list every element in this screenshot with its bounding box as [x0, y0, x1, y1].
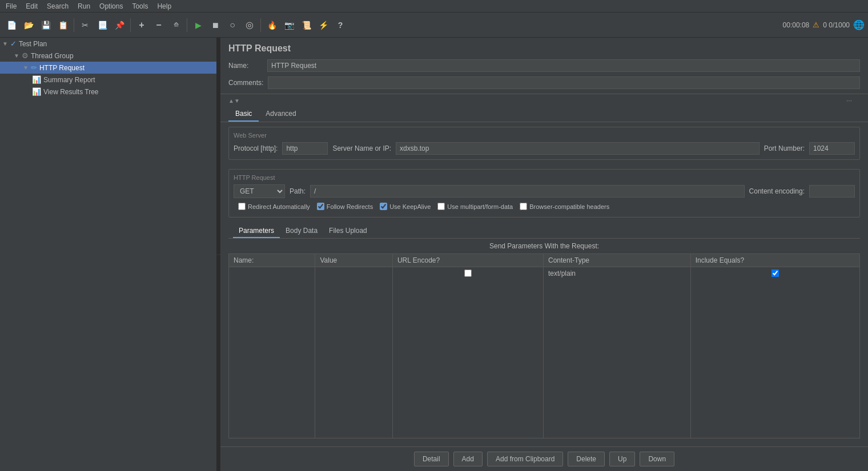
up-button[interactable]: Up: [609, 452, 635, 466]
globe-icon: 🌐: [853, 19, 865, 30]
protocol-input[interactable]: [282, 142, 328, 155]
summary-report-label: Summary Report: [43, 76, 95, 84]
comments-row: Comments:: [220, 74, 868, 91]
copy-button[interactable]: 📃: [94, 17, 110, 33]
menubar: File Edit Search Run Options Tools Help: [0, 0, 868, 13]
port-label: Port Number:: [764, 144, 805, 152]
warning-icon: ⚠: [813, 21, 819, 29]
browser-compatible-checkbox-item[interactable]: Browser-compatible headers: [520, 203, 609, 210]
menu-search[interactable]: Search: [43, 1, 72, 11]
menu-run[interactable]: Run: [74, 1, 94, 11]
row-include-equals-cell[interactable]: [690, 267, 859, 438]
row-name-cell[interactable]: [229, 267, 315, 438]
view-results-label: View Results Tree: [43, 88, 99, 96]
clear-button[interactable]: ○: [224, 17, 240, 33]
clear-all-button[interactable]: ◎: [242, 17, 258, 33]
menu-file[interactable]: File: [2, 1, 20, 11]
settings-button[interactable]: ⟰: [168, 17, 184, 33]
stop-run-button[interactable]: ⏹: [207, 17, 223, 33]
sidebar-item-thread-group[interactable]: ▼ ⚙ Thread Group: [0, 50, 216, 62]
redirect-checkbox[interactable]: [238, 203, 246, 210]
menu-help[interactable]: Help: [154, 1, 175, 11]
sub-tab-parameters[interactable]: Parameters: [233, 224, 280, 238]
main-content: ▼ ✓ Test Plan ▼ ⚙ Thread Group ▼ ✏ HTTP …: [0, 38, 868, 471]
follow-redirects-checkbox[interactable]: [317, 203, 324, 210]
http-request-icon: ✏: [31, 63, 37, 72]
toolbar: 📄 📂 💾 📋 ✂ 📃 📌 + − ⟰ ▶ ⏹ ○ ◎ 🔥 📷 📜 ⚡ ? 00…: [0, 13, 868, 38]
detail-button[interactable]: Detail: [414, 452, 449, 466]
path-input[interactable]: [310, 185, 745, 198]
col-content-type: Content-Type: [544, 254, 691, 267]
comments-input[interactable]: [268, 77, 860, 89]
browser-compatible-checkbox[interactable]: [520, 203, 527, 210]
menu-edit[interactable]: Edit: [22, 1, 41, 11]
server-input[interactable]: [396, 142, 760, 155]
run-button[interactable]: ▶: [190, 17, 206, 33]
down-button[interactable]: Down: [640, 452, 674, 466]
http-request-section: HTTP Request GET POST PUT DELETE PATCH H…: [228, 169, 860, 218]
open-button[interactable]: 📂: [21, 17, 37, 33]
method-select[interactable]: GET POST PUT DELETE PATCH HEAD OPTIONS: [234, 184, 285, 198]
port-input[interactable]: [809, 142, 855, 155]
more-options-icon[interactable]: ···: [846, 96, 852, 104]
row-value-cell[interactable]: [315, 267, 392, 438]
toolbar-separator-2: [130, 18, 131, 32]
params-header-text: Send Parameters With the Request:: [228, 239, 860, 253]
help-button[interactable]: ?: [332, 17, 348, 33]
expand-arrow[interactable]: ▲▼: [228, 98, 240, 104]
new-button[interactable]: 📄: [3, 17, 19, 33]
include-equals-checkbox[interactable]: [771, 269, 779, 277]
multipart-checkbox-item[interactable]: Use multipart/form-data: [437, 203, 513, 210]
encoding-label: Content encoding:: [749, 187, 805, 195]
tab-basic[interactable]: Basic: [228, 107, 259, 122]
sub-tab-files-upload[interactable]: Files Upload: [323, 224, 373, 238]
sidebar-item-summary-report[interactable]: 📊 Summary Report: [0, 74, 216, 86]
name-row: Name:: [220, 57, 868, 74]
bottom-bar: Detail Add Add from Clipboard Delete Up …: [220, 446, 868, 471]
save-as-button[interactable]: 📋: [55, 17, 71, 33]
multipart-checkbox[interactable]: [437, 203, 445, 210]
row-content-type-cell[interactable]: text/plain: [544, 267, 691, 438]
delete-button[interactable]: Delete: [568, 452, 605, 466]
protocol-label: Protocol [http]:: [234, 144, 278, 152]
follow-redirects-label: Follow Redirects: [327, 203, 373, 210]
add-button[interactable]: +: [134, 17, 150, 33]
menu-tools[interactable]: Tools: [128, 1, 151, 11]
sidebar-item-test-plan[interactable]: ▼ ✓ Test Plan: [0, 38, 216, 50]
test-plan-label: Test Plan: [19, 40, 47, 48]
save-button[interactable]: 💾: [38, 17, 54, 33]
params-table-head: Name: Value URL Encode? Content-Type Inc…: [229, 254, 860, 267]
keepalive-checkbox-item[interactable]: Use KeepAlive: [380, 203, 431, 210]
script-button[interactable]: 📜: [298, 17, 314, 33]
redirect-checkbox-item[interactable]: Redirect Automatically: [238, 203, 310, 210]
path-label: Path:: [290, 187, 306, 195]
server-label: Server Name or IP:: [332, 144, 391, 152]
add-param-button[interactable]: Add: [453, 452, 483, 466]
table-row: text/plain: [229, 267, 860, 438]
url-encode-checkbox[interactable]: [464, 269, 472, 277]
thread-group-icon: ⚙: [22, 51, 29, 60]
remove-button[interactable]: −: [151, 17, 167, 33]
sidebar-item-view-results-tree[interactable]: 📊 View Results Tree: [0, 86, 216, 98]
capture-button[interactable]: 📷: [281, 17, 297, 33]
paste-button[interactable]: 📌: [111, 17, 127, 33]
keepalive-label: Use KeepAlive: [389, 203, 431, 210]
cut-button[interactable]: ✂: [77, 17, 93, 33]
name-input[interactable]: [267, 59, 860, 72]
divider-row: ▲▼ ···: [220, 94, 868, 107]
sidebar-item-http-request[interactable]: ▼ ✏ HTTP Request: [0, 62, 216, 74]
checkboxes-row: Redirect Automatically Follow Redirects …: [234, 200, 855, 212]
toolbar-separator-4: [260, 18, 261, 32]
test-plan-icon: ✓: [10, 39, 17, 48]
add-clipboard-button[interactable]: Add from Clipboard: [487, 452, 563, 466]
browse-button[interactable]: 🔥: [264, 17, 280, 33]
right-panel: HTTP Request Name: Comments: ▲▼ ··· Basi…: [220, 38, 868, 471]
sub-tab-body-data[interactable]: Body Data: [280, 224, 323, 238]
menu-options[interactable]: Options: [96, 1, 126, 11]
encoding-input[interactable]: [809, 185, 855, 198]
tab-advanced[interactable]: Advanced: [259, 107, 303, 122]
row-url-encode-cell[interactable]: [392, 267, 543, 438]
keepalive-checkbox[interactable]: [380, 203, 387, 210]
follow-redirects-checkbox-item[interactable]: Follow Redirects: [317, 203, 373, 210]
function-helper-button[interactable]: ⚡: [315, 17, 331, 33]
